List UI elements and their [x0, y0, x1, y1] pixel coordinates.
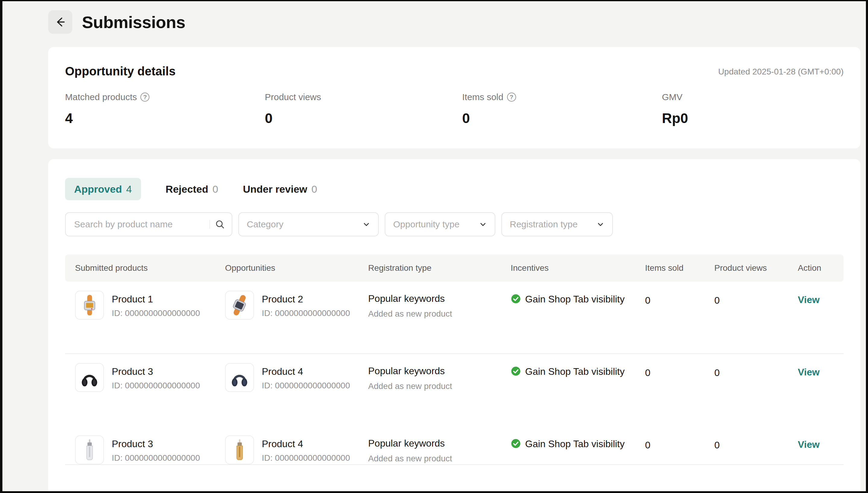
search-divider [209, 220, 210, 229]
product-image-headphones-black [75, 363, 104, 392]
submitted-product-cell: Product 1 ID: 0000000000000000 [65, 282, 215, 353]
metric-label: Matched products [65, 92, 137, 102]
chevron-down-icon [362, 220, 370, 228]
incentive-text: Gain Shop Tab visibility [525, 294, 624, 305]
page-title: Submissions [82, 13, 185, 32]
column-header: Action [788, 263, 844, 273]
category-dropdown[interactable]: Category [238, 212, 379, 236]
product-id: ID: 0000000000000000 [112, 381, 200, 390]
submitted-product-cell: Product 3 ID: 0000000000000000 [65, 426, 215, 464]
status-tabs: Approved 4 Rejected 0 Under review 0 [65, 178, 844, 200]
tab-under-review[interactable]: Under review 0 [243, 183, 317, 195]
metric-product-views: Product views 0 [265, 92, 462, 126]
column-header: Items sold [635, 263, 704, 273]
updated-timestamp: Updated 2025-01-28 (GMT+0:00) [718, 65, 844, 77]
product-name: Product 2 [262, 291, 350, 305]
chevron-down-icon [479, 220, 487, 228]
product-image-dropper-bottle-silver [75, 435, 104, 464]
registration-subtext: Added as new product [368, 309, 501, 319]
product-name: Product 3 [112, 435, 200, 450]
product-views-value: 0 [704, 426, 788, 464]
registration-type-text: Popular keywords [368, 293, 501, 304]
help-icon[interactable] [507, 92, 516, 102]
page-header: Submissions [48, 1, 861, 34]
column-header: Submitted products [65, 263, 215, 273]
registration-subtext: Added as new product [368, 454, 501, 464]
opportunity-details-card: Opportunity details Updated 2025-01-28 (… [48, 47, 861, 148]
page-background: Submissions Opportunity details Updated … [2, 1, 866, 491]
tab-count: 4 [126, 183, 132, 195]
incentive-text: Gain Shop Tab visibility [525, 366, 624, 377]
dropdown-label: Category [247, 219, 283, 230]
view-link[interactable]: View [798, 294, 820, 305]
incentive-cell: Gain Shop Tab visibility [501, 282, 635, 353]
search-icon[interactable] [215, 219, 225, 230]
tab-rejected[interactable]: Rejected 0 [166, 183, 219, 195]
metric-value: Rp0 [662, 110, 844, 126]
column-header: Opportunities [215, 263, 358, 273]
card-title: Opportunity details [65, 65, 176, 78]
tab-count: 0 [212, 183, 218, 195]
product-id: ID: 0000000000000000 [112, 308, 200, 318]
product-name: Product 1 [112, 291, 200, 305]
view-link[interactable]: View [798, 367, 820, 378]
metric-value: 4 [65, 110, 265, 126]
metric-label: GMV [662, 92, 682, 102]
metric-value: 0 [265, 110, 462, 126]
incentive-cell: Gain Shop Tab visibility [501, 354, 635, 426]
incentive-cell: Gain Shop Tab visibility [501, 426, 635, 464]
metric-gmv: GMV Rp0 [662, 92, 844, 126]
help-icon[interactable] [140, 92, 150, 102]
view-link[interactable]: View [798, 439, 820, 450]
product-id: ID: 0000000000000000 [262, 453, 350, 463]
metric-label: Product views [265, 92, 321, 102]
tab-approved[interactable]: Approved 4 [65, 178, 141, 200]
product-views-value: 0 [704, 354, 788, 426]
metric-value: 0 [462, 110, 662, 126]
product-image-orange-watch-angled [225, 291, 254, 320]
registration-type-cell: Popular keywords Added as new product [358, 354, 501, 426]
product-image-headphones-navy [225, 363, 254, 392]
registration-subtext: Added as new product [368, 382, 501, 391]
submissions-card: Approved 4 Rejected 0 Under review 0 [48, 159, 861, 491]
search-input[interactable] [73, 219, 209, 230]
search-box[interactable] [65, 212, 232, 236]
metric-label: Items sold [462, 92, 503, 102]
opportunity-product-cell: Product 4 ID: 0000000000000000 [215, 426, 358, 464]
opportunity-type-dropdown[interactable]: Opportunity type [385, 212, 495, 236]
product-id: ID: 0000000000000000 [112, 453, 200, 463]
tab-label: Approved [74, 183, 122, 195]
opportunity-product-cell: Product 4 ID: 0000000000000000 [215, 354, 358, 426]
submitted-product-cell: Product 3 ID: 0000000000000000 [65, 354, 215, 426]
product-id: ID: 0000000000000000 [262, 381, 350, 390]
table-header-row: Submitted products Opportunities Registr… [65, 255, 844, 282]
table-row: Product 3 ID: 0000000000000000 [65, 354, 844, 426]
dropdown-label: Registration type [510, 219, 577, 230]
tab-label: Under review [243, 183, 307, 195]
incentive-text: Gain Shop Tab visibility [525, 438, 624, 450]
check-circle-icon [511, 294, 521, 304]
metric-items-sold: Items sold 0 [462, 92, 662, 126]
metrics-row: Matched products 4 Product views 0 Items… [65, 92, 844, 126]
registration-type-cell: Popular keywords Added as new product [358, 282, 501, 353]
column-header: Incentives [501, 263, 635, 273]
table-row: Product 3 ID: 0000000000000000 [65, 426, 844, 465]
product-id: ID: 0000000000000000 [262, 308, 350, 318]
registration-type-cell: Popular keywords Added as new product [358, 426, 501, 464]
product-name: Product 3 [112, 363, 200, 377]
tab-label: Rejected [166, 183, 208, 195]
check-circle-icon [511, 438, 521, 449]
filter-bar: Category Opportunity type [65, 212, 844, 236]
registration-type-dropdown[interactable]: Registration type [501, 212, 613, 236]
items-sold-value: 0 [635, 426, 704, 464]
back-button[interactable] [48, 10, 72, 34]
dropdown-label: Opportunity type [393, 219, 459, 230]
product-name: Product 4 [262, 363, 350, 377]
product-name: Product 4 [262, 435, 350, 450]
chevron-down-icon [597, 220, 604, 228]
column-header: Product views [704, 263, 788, 273]
items-sold-value: 0 [635, 282, 704, 353]
submissions-table: Submitted products Opportunities Registr… [65, 255, 844, 465]
items-sold-value: 0 [635, 354, 704, 426]
opportunity-product-cell: Product 2 ID: 0000000000000000 [215, 282, 358, 353]
